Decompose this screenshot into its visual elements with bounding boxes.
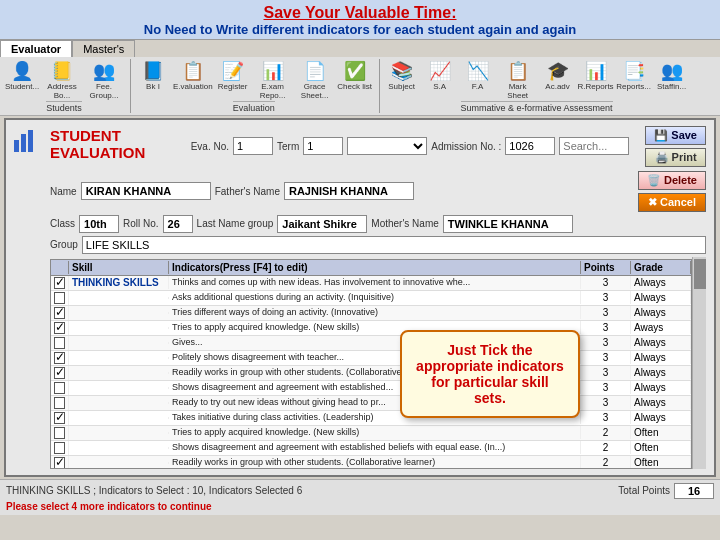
- rreports-icon: 📊: [584, 59, 608, 83]
- table-row[interactable]: Shows disagreement and agreement with es…: [51, 381, 691, 396]
- toolbar-sa-btn[interactable]: 📈 S.A: [422, 59, 458, 101]
- table-row[interactable]: Tries to apply acquired knowledge. (New …: [51, 321, 691, 336]
- unchecked-icon[interactable]: [54, 427, 65, 439]
- tab-evaluator[interactable]: Evaluator: [0, 40, 72, 57]
- row-checkbox[interactable]: [51, 321, 69, 335]
- tab-masters[interactable]: Master's: [72, 40, 135, 57]
- toolbar-evaluation-btn[interactable]: 📋 E.valuation: [173, 59, 213, 101]
- toolbar-staffin-btn[interactable]: 👥 Staffin...: [654, 59, 690, 101]
- row-indicator: Asks additional questions during an acti…: [169, 291, 581, 305]
- toolbar-register-btn[interactable]: 📝 Register: [215, 59, 251, 101]
- table-row[interactable]: Shows disagreement and agreement with es…: [51, 441, 691, 456]
- mothers-name-label: Mother's Name: [371, 218, 439, 229]
- row-points: 3: [581, 381, 631, 394]
- table-row[interactable]: THINKING SKILLSThinks and comes up with …: [51, 276, 691, 291]
- toolbar-bk1-btn[interactable]: 📘 Bk I: [135, 59, 171, 101]
- toolbar-reports-btn[interactable]: 📑 Reports...: [616, 59, 652, 101]
- row-checkbox[interactable]: [51, 351, 69, 365]
- delete-button[interactable]: 🗑️ Delete: [638, 171, 706, 190]
- footer-warning-row: Please select 4 more indicators to conti…: [6, 501, 714, 512]
- table-row[interactable]: Tries different ways of doing an activit…: [51, 306, 691, 321]
- evaluation-icon: 📋: [181, 59, 205, 83]
- admission-no-input[interactable]: [505, 137, 555, 155]
- toolbar-student-btn[interactable]: 👤 Student...: [4, 59, 40, 101]
- row-checkbox[interactable]: [51, 456, 69, 469]
- total-points-input[interactable]: [674, 483, 714, 499]
- checked-icon[interactable]: [54, 277, 65, 289]
- form-eva-group: Eva. No. Term Admission No. :: [191, 137, 630, 155]
- checked-icon[interactable]: [54, 352, 65, 364]
- row-checkbox[interactable]: [51, 396, 69, 410]
- toolbar-checklist-btn[interactable]: ✅ Check list: [337, 59, 373, 101]
- cancel-button[interactable]: ✖ Cancel: [638, 193, 706, 212]
- header-skill: Skill: [69, 261, 169, 274]
- table-row[interactable]: Tries to apply acquired knowledge. (New …: [51, 426, 691, 441]
- term-input[interactable]: [303, 137, 343, 155]
- table-scrollbar[interactable]: [692, 257, 706, 469]
- toolbar-subject-btn[interactable]: 📚 Subject: [384, 59, 420, 101]
- checked-icon[interactable]: [54, 412, 65, 424]
- reports-icon: 📑: [622, 59, 646, 83]
- row-indicator: Readily works in group with other studen…: [169, 456, 581, 469]
- row-grade: Often: [631, 441, 691, 454]
- unchecked-icon[interactable]: [54, 382, 65, 394]
- row-checkbox[interactable]: [51, 441, 69, 455]
- header-title: Save Your Valuable Time:: [0, 4, 720, 22]
- table-row[interactable]: Readily works in group with other studen…: [51, 456, 691, 469]
- eva-no-input[interactable]: [233, 137, 273, 155]
- unchecked-icon[interactable]: [54, 442, 65, 454]
- row-points: 3: [581, 336, 631, 349]
- header-grade: Grade: [631, 261, 691, 274]
- addressbook-icon: 📒: [50, 59, 74, 83]
- toolbar-rreports-btn[interactable]: 📊 R.Reports: [578, 59, 614, 101]
- delete-icon: 🗑️: [647, 174, 661, 187]
- toolbar-feegroup-btn[interactable]: 👥 Fee. Group...: [84, 59, 124, 101]
- toolbar-fa-btn[interactable]: 📉 F.A: [460, 59, 496, 101]
- table-row[interactable]: Ready to try out new ideas without givin…: [51, 396, 691, 411]
- feegroup-icon: 👥: [92, 59, 116, 83]
- row-checkbox[interactable]: [51, 276, 69, 290]
- term-select[interactable]: [347, 137, 427, 155]
- save-button[interactable]: 💾 Save: [645, 126, 706, 145]
- table-row[interactable]: Readily works in group with other studen…: [51, 366, 691, 381]
- toolbar-marksheet-btn[interactable]: 📋 Mark Sheet: [498, 59, 538, 101]
- right-buttons: 💾 Save 🖨️ Print: [645, 126, 706, 167]
- row-points: 2: [581, 456, 631, 469]
- row-checkbox[interactable]: [51, 336, 69, 350]
- footer-summary-row: THINKING SKILLS ; Indicators to Select :…: [6, 483, 714, 499]
- toolbar-acadv-btn[interactable]: 🎓 Ac.adv: [540, 59, 576, 101]
- row-checkbox[interactable]: [51, 426, 69, 440]
- table-row[interactable]: Takes initiative during class activities…: [51, 411, 691, 426]
- skills-table[interactable]: Skill Indicators(Press [F4] to edit) Poi…: [50, 259, 692, 469]
- table-row[interactable]: Politely shows disagreement with teacher…: [51, 351, 691, 366]
- row-checkbox[interactable]: [51, 291, 69, 305]
- checked-icon[interactable]: [54, 457, 65, 469]
- toolbar: 👤 Student... 📒 Address Bo... 👥 Fee. Grou…: [0, 57, 720, 116]
- row-grade: Always: [631, 276, 691, 289]
- gracesheet-icon: 📄: [303, 59, 327, 83]
- unchecked-icon[interactable]: [54, 397, 65, 409]
- toolbar-gracesheet-btn[interactable]: 📄 Grace Sheet...: [295, 59, 335, 101]
- scrollbar-thumb[interactable]: [694, 259, 706, 289]
- table-row[interactable]: Gives...3Always: [51, 336, 691, 351]
- row-checkbox[interactable]: [51, 411, 69, 425]
- row-checkbox[interactable]: [51, 366, 69, 380]
- row-checkbox[interactable]: [51, 306, 69, 320]
- checked-icon[interactable]: [54, 307, 65, 319]
- row-points: 3: [581, 396, 631, 409]
- unchecked-icon[interactable]: [54, 337, 65, 349]
- toolbar-examreport-btn[interactable]: 📊 E.xam Repo...: [253, 59, 293, 101]
- search-input[interactable]: [559, 137, 629, 155]
- checked-icon[interactable]: [54, 367, 65, 379]
- row-checkbox[interactable]: [51, 381, 69, 395]
- print-button[interactable]: 🖨️ Print: [645, 148, 706, 167]
- checked-icon[interactable]: [54, 322, 65, 334]
- table-row[interactable]: Asks additional questions during an acti…: [51, 291, 691, 306]
- cancel-label: Cancel: [660, 196, 696, 208]
- unchecked-icon[interactable]: [54, 292, 65, 304]
- toolbar-addressbook-btn[interactable]: 📒 Address Bo...: [42, 59, 82, 101]
- group-input[interactable]: [82, 236, 706, 254]
- acadv-label: Ac.adv: [545, 83, 569, 92]
- subject-icon: 📚: [390, 59, 414, 83]
- print-label: Print: [672, 151, 697, 163]
